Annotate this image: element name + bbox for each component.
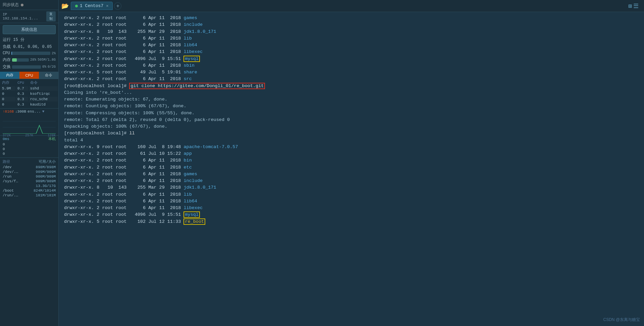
terminal-line: drwxr-xr-x. 5 root root 49 Jul 5 19:01 s… (64, 69, 639, 76)
new-tab-button[interactable]: + (114, 2, 121, 10)
terminal-line: drwxr-xr-x. 2 root root 4096 Jul 9 15:51… (64, 211, 639, 218)
mem-label: 内存 (3, 57, 11, 63)
load-row: 负载 0.01, 0.06, 0.05 (0, 43, 58, 50)
disk-avail: 909M/909M (20, 179, 56, 183)
session-tab[interactable]: 1 Centos7 ✕ (71, 2, 113, 10)
load-text: 负载 0.01, 0.06, 0.05 (3, 45, 52, 49)
list-view-icon[interactable]: ☰ (633, 2, 639, 10)
net-graph-label-257: 257K (25, 134, 33, 137)
disk-path: /sys/f... (3, 179, 20, 183)
proc-mem: 5.9M (1, 86, 15, 91)
folder-icon: 📂 (61, 2, 69, 10)
proc-cmd: ksoftirqc (29, 91, 58, 96)
net-expand-icon[interactable]: ▼ (42, 110, 45, 114)
proc-cmd: sshd (29, 86, 58, 91)
tab-mem-button[interactable]: 内存 (0, 72, 19, 79)
net-down-text: ↓300B (15, 110, 26, 114)
disk-row: /dev/... 909M/909M (0, 170, 58, 174)
net-graph-label-372: 372K (3, 134, 11, 137)
disk-path: /boot (3, 189, 20, 193)
disk-avail: 900M/909M (20, 175, 56, 179)
terminal-line: [root@localhost local]# ll (64, 130, 639, 137)
terminal-line: drwxr-xr-x. 2 root root 6 Apr 11 2018 li… (64, 191, 639, 198)
terminal-line: drwxr-xr-x. 9 root root 160 Jul 8 19:48 … (64, 144, 639, 150)
terminal-output[interactable]: drwxr-xr-x. 2 root root 6 Apr 11 2018 ga… (59, 12, 644, 326)
cpu-row: CPU 2% (0, 50, 58, 56)
disk-path: /run (3, 175, 20, 179)
terminal-line: drwxr-xr-x. 2 root root 6 Apr 11 2018 li… (64, 205, 639, 211)
terminal-line: drwxr-xr-x. 2 root root 6 Apr 11 2018 li… (64, 42, 639, 49)
proc-mem: 0 (1, 102, 15, 107)
disk-header: 路径 可用/大小 (0, 158, 58, 165)
terminal-line: drwxr-xr-x. 2 root root 6 Apr 11 2018 bi… (64, 157, 639, 164)
disk-row: /run/... 181M/181M (0, 193, 58, 198)
tab-close-icon[interactable]: ✕ (106, 3, 108, 8)
terminal-line: [root@localhost local]# git clone https:… (64, 83, 639, 89)
net-graph-svg (3, 115, 56, 134)
proc-col-cpu: CPU (16, 80, 28, 85)
sidebar: 同步状态 IP 192.168.154.1... 复制 系统信息 运行 15 分… (0, 0, 59, 326)
main-panel: 📂 1 Centos7 ✕ + ⊞ ☰ drwxr-xr-x. 2 root r… (59, 0, 644, 326)
terminal-line: drwxr-xr-x. 2 root root 6 Apr 11 2018 li… (64, 49, 639, 55)
disk-path: /run/... (3, 193, 20, 197)
proc-mem: 0 (1, 91, 15, 96)
process-row: 0 0.3 kauditd (1, 102, 58, 107)
tab-status-dot (75, 5, 78, 7)
tab-label: 1 Centos7 (80, 3, 103, 8)
disk-avail: 909M/909M (20, 170, 56, 174)
sys-info-button[interactable]: 系统信息 (3, 25, 56, 34)
topbar: 📂 1 Centos7 ✕ + ⊞ ☰ (59, 0, 644, 12)
terminal-line: total 4 (64, 137, 639, 144)
proc-cpu: 0.7 (16, 86, 28, 91)
terminal-line: drwxr-xr-x. 8 10 143 255 Mar 29 2018 jdk… (64, 28, 639, 35)
terminal-line: remote: Counting objects: 100% (67/67), … (64, 103, 639, 110)
net-up-text: ↑816B (3, 110, 14, 114)
process-table: 内存 CPU 命令 5.9M 0.7 sshd 0 0.3 ksoftirqc … (0, 79, 58, 108)
terminal-line: drwxr-xr-x. 2 root root 6 Apr 11 2018 li… (64, 198, 639, 205)
disk-path: /dev/... (3, 170, 20, 174)
terminal-line: drwxr-xr-x. 2 root root 6 Apr 11 2018 et… (64, 164, 639, 171)
proc-col-cmd: 命令 (29, 80, 58, 85)
terminal-line: drwxr-xr-x. 2 root root 4096 Jul 9 15:51… (64, 56, 639, 62)
swap-val: 0/2G (48, 65, 56, 69)
ip-row: IP 192.168.154.1... 复制 (0, 10, 58, 23)
swap-row: 交换 0% 0/2G (0, 63, 58, 70)
terminal-line: remote: Compressing objects: 100% (55/55… (64, 110, 639, 117)
process-row: 5.9M 0.7 sshd (1, 86, 58, 91)
process-tabs: 内存 CPU 命令 (0, 72, 58, 79)
terminal-line: drwxr-xr-x. 2 root root 6 Apr 11 2018 in… (64, 21, 639, 28)
uptime-row: 运行 15 分 (0, 36, 58, 43)
disk-col-avail: 可用/大小 (20, 159, 56, 164)
mem-val: 505M/1.8G (38, 58, 56, 62)
net-graph-area: 372K 257K 128K (0, 115, 58, 135)
disk-avail: 13.3G/17G (20, 184, 56, 188)
disk-path: /dev (3, 165, 20, 169)
swap-progress-bar (12, 65, 41, 69)
tab-cmd-button[interactable]: 命令 (39, 72, 58, 79)
disk-avail: 898M/898M (20, 165, 56, 169)
ping-stat-0: 0 (0, 142, 58, 147)
disk-section: 路径 可用/大小 /dev 898M/898M /dev/... 909M/90… (0, 157, 58, 198)
terminal-line: Unpacking objects: 100% (67/67), done. (64, 123, 639, 130)
ping-stat-2: 0 (0, 151, 58, 156)
terminal-line: drwxr-xr-x. 2 root root 6 Apr 11 2018 ga… (64, 171, 639, 178)
layout-icons: ⊞ ☰ (628, 2, 639, 10)
net-iface-text: ens... (28, 110, 41, 114)
tab-cpu-button[interactable]: CPU (19, 72, 39, 79)
disk-path (3, 184, 20, 188)
disk-avail: 181M/181M (20, 193, 56, 197)
swap-label: 交换 (3, 64, 11, 70)
terminal-line: Cloning into 're_boot'... (64, 89, 639, 96)
proc-col-mem: 内存 (1, 80, 15, 85)
terminal-line: drwxr-xr-x. 2 root root 61 Jul 10 15:22 … (64, 150, 639, 157)
mem-progress-fill (12, 58, 17, 62)
grid-view-icon[interactable]: ⊞ (628, 2, 632, 10)
disk-avail: 824M/1014M (20, 189, 56, 193)
ip-text: IP 192.168.154.1... (3, 12, 44, 20)
net-graph-label-128: 128K (48, 134, 56, 137)
copy-ip-button[interactable]: 复制 (46, 11, 56, 21)
mem-progress-bar (12, 58, 29, 62)
cpu-progress-fill (11, 52, 12, 55)
mem-row: 内存 28% 505M/1.8G (0, 56, 58, 63)
disk-row: /run 900M/909M (0, 174, 58, 179)
